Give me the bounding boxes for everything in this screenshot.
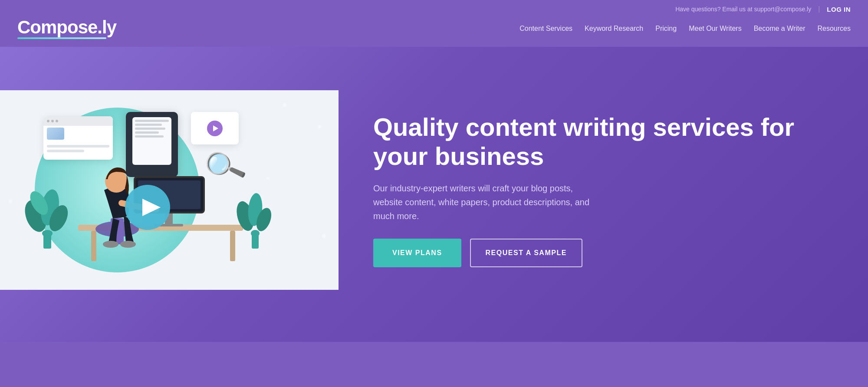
illustration-svg [0,90,339,290]
illustration-inner: 🔍 [0,90,339,290]
logo-underline [17,37,106,39]
hero-buttons: VIEW PLANS REQUEST A SAMPLE [373,239,825,267]
svg-point-15 [42,230,53,237]
view-plans-button[interactable]: VIEW PLANS [373,239,461,267]
main-nav: Content Services Keyword Research Pricin… [519,25,851,33]
svg-point-21 [251,230,260,237]
request-sample-button[interactable]: REQUEST A SAMPLE [470,239,582,267]
top-bar: Have questions? Email us at support@comp… [0,0,868,15]
nav-become-writer[interactable]: Become a Writer [754,25,806,33]
hero-section: 🔍 [0,47,868,342]
hero-text: Quality content writing services for you… [339,95,851,284]
nav-content-services[interactable]: Content Services [519,25,572,33]
logo[interactable]: Compose.ly [17,18,116,36]
nav-pricing[interactable]: Pricing [655,25,677,33]
login-button[interactable]: LOG IN [827,6,851,13]
hero-illustration: 🔍 [0,90,339,290]
svg-rect-2 [230,231,235,261]
nav-keyword-research[interactable]: Keyword Research [585,25,643,33]
svg-point-11 [120,241,136,248]
header: Compose.ly Content Services Keyword Rese… [0,15,868,47]
hero-heading: Quality content writing services for you… [373,113,825,171]
nav-meet-writers[interactable]: Meet Our Writers [689,25,742,33]
nav-resources[interactable]: Resources [818,25,851,33]
hero-subtext: Our industry-expert writers will craft y… [373,181,599,223]
svg-rect-1 [91,231,96,261]
divider: | [818,5,820,13]
logo-container[interactable]: Compose.ly [17,18,116,39]
svg-point-10 [103,241,118,248]
support-email: Have questions? Email us at support@comp… [675,6,811,13]
